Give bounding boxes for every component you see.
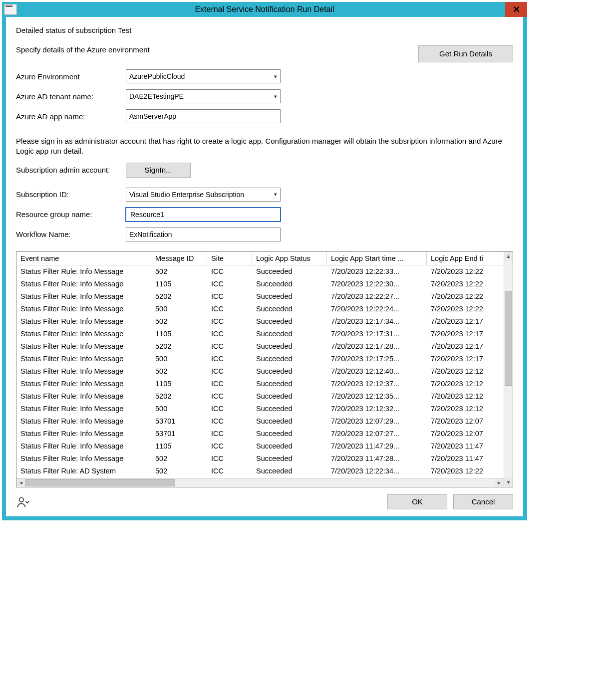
subscription-id-label: Subscription ID:: [16, 190, 126, 199]
horizontal-scrollbar[interactable]: ◄ ►: [16, 478, 504, 487]
cell-msgid: 53701: [151, 417, 207, 425]
cell-msgid: 1105: [151, 330, 207, 338]
app-name-field[interactable]: AsmServerApp: [126, 109, 281, 123]
hscroll-track[interactable]: [25, 478, 495, 487]
azure-env-combo[interactable]: AzurePublicCloud ▾: [126, 69, 281, 83]
hscroll-thumb[interactable]: [25, 479, 175, 486]
col-header-event[interactable]: Event name: [16, 252, 151, 265]
table-row[interactable]: Status Filter Rule: Info Message5202ICCS…: [16, 390, 504, 403]
get-run-details-button[interactable]: Get Run Details: [418, 45, 513, 62]
table-row[interactable]: Status Filter Rule: Info Message1105ICCS…: [16, 278, 504, 290]
cell-end: 7/20/2023 12:17: [427, 330, 501, 338]
cell-msgid: 502: [151, 267, 207, 275]
cell-end: 7/20/2023 12:12: [427, 380, 501, 388]
table-row[interactable]: Status Filter Rule: Info Message1105ICCS…: [16, 378, 504, 390]
cell-event: Status Filter Rule: Info Message: [16, 392, 151, 400]
table-row[interactable]: Status Filter Rule: Info Message53701ICC…: [16, 415, 504, 428]
table-row[interactable]: Status Filter Rule: Info Message5202ICCS…: [16, 340, 504, 353]
cell-status: Succeeded: [252, 280, 327, 288]
cell-end: 7/20/2023 12:07: [427, 417, 501, 425]
ok-button[interactable]: OK: [387, 494, 447, 509]
results-grid: Event name Message ID Site Logic App Sta…: [16, 251, 513, 487]
col-header-end[interactable]: Logic App End ti: [427, 252, 501, 265]
cell-site: ICC: [207, 467, 252, 475]
table-row[interactable]: Status Filter Rule: Info Message502ICCSu…: [16, 315, 504, 328]
col-header-site[interactable]: Site: [207, 252, 252, 265]
cell-site: ICC: [207, 305, 252, 313]
cell-end: 7/20/2023 12:22: [427, 280, 501, 288]
cell-site: ICC: [207, 317, 252, 325]
workflow-name-field[interactable]: ExNotification: [126, 227, 281, 241]
cell-end: 7/20/2023 12:12: [427, 392, 501, 400]
cell-event: Status Filter Rule: Info Message: [16, 267, 151, 275]
workflow-name-label: Workflow Name:: [16, 230, 126, 238]
cell-msgid: 5202: [151, 392, 207, 400]
table-row[interactable]: Status Filter Rule: Info Message500ICCSu…: [16, 403, 504, 415]
table-row[interactable]: Status Filter Rule: Info Message1105ICCS…: [16, 328, 504, 340]
subscription-id-combo[interactable]: Visual Studio Enterprise Subscription ▾: [126, 188, 281, 202]
window-title: External Service Notification Run Detail: [2, 5, 527, 14]
dialog-content: Detailed status of subscription Test Spe…: [6, 17, 523, 516]
cell-start: 7/20/2023 12:12:40...: [327, 367, 427, 375]
col-header-start[interactable]: Logic App Start time ...: [327, 252, 427, 265]
cell-status: Succeeded: [252, 430, 327, 438]
table-row[interactable]: Status Filter Rule: Info Message53701ICC…: [16, 428, 504, 440]
table-row[interactable]: Status Filter Rule: AD System502ICCSucce…: [16, 465, 504, 477]
cell-start: 7/20/2023 12:12:37...: [327, 380, 427, 388]
resource-group-input[interactable]: [129, 210, 277, 219]
cell-end: 7/20/2023 11:47: [427, 442, 501, 450]
cell-end: 7/20/2023 12:12: [427, 367, 501, 375]
cell-start: 7/20/2023 12:22:24...: [327, 305, 427, 313]
vertical-scrollbar[interactable]: ▲ ▼: [504, 252, 513, 487]
vscroll-track[interactable]: [504, 261, 513, 478]
cell-site: ICC: [207, 380, 252, 388]
resource-group-label: Resource group name:: [16, 210, 126, 219]
table-row[interactable]: Status Filter Rule: Info Message500ICCSu…: [16, 303, 504, 315]
tenant-combo[interactable]: DAE2ETestingPE ▾: [126, 89, 281, 103]
cell-start: 7/20/2023 12:22:33...: [327, 267, 427, 275]
col-header-msgid[interactable]: Message ID: [151, 252, 207, 265]
cell-start: 7/20/2023 12:17:34...: [327, 317, 427, 325]
scroll-left-arrow-icon[interactable]: ◄: [16, 478, 25, 487]
scroll-right-arrow-icon[interactable]: ►: [495, 478, 504, 487]
cell-status: Succeeded: [252, 442, 327, 450]
table-row[interactable]: Status Filter Rule: Info Message502ICCSu…: [16, 365, 504, 378]
cell-msgid: 500: [151, 305, 207, 313]
cell-msgid: 5202: [151, 292, 207, 300]
signin-button[interactable]: SignIn...: [126, 163, 191, 178]
col-header-status[interactable]: Logic App Status: [252, 252, 327, 265]
azure-env-label: Azure Environment: [16, 72, 126, 81]
scroll-up-arrow-icon[interactable]: ▲: [504, 252, 513, 261]
close-button[interactable]: ✕: [505, 2, 527, 17]
cell-event: Status Filter Rule: Info Message: [16, 292, 151, 300]
cell-event: Status Filter Rule: Info Message: [16, 454, 151, 462]
cell-msgid: 502: [151, 367, 207, 375]
status-text: Detailed status of subscription Test: [16, 26, 513, 34]
table-row[interactable]: Status Filter Rule: Info Message500ICCSu…: [16, 353, 504, 365]
cell-event: Status Filter Rule: Info Message: [16, 430, 151, 438]
table-row[interactable]: Status Filter Rule: Info Message502ICCSu…: [16, 265, 504, 278]
dialog-window: External Service Notification Run Detail…: [2, 2, 527, 520]
vscroll-thumb[interactable]: [505, 291, 512, 386]
cell-end: 7/20/2023 12:12: [427, 405, 501, 413]
cell-site: ICC: [207, 430, 252, 438]
cell-event: Status Filter Rule: Info Message: [16, 380, 151, 388]
resource-group-field[interactable]: [126, 208, 281, 222]
cell-end: 7/20/2023 12:17: [427, 317, 501, 325]
table-row[interactable]: Status Filter Rule: Info Message5202ICCS…: [16, 290, 504, 303]
table-row[interactable]: Status Filter Rule: Info Message502ICCSu…: [16, 452, 504, 465]
cell-end: 7/20/2023 12:22: [427, 267, 501, 275]
cancel-button[interactable]: Cancel: [453, 494, 513, 509]
table-row[interactable]: Status Filter Rule: Info Message1105ICCS…: [16, 440, 504, 452]
cell-start: 7/20/2023 11:47:28...: [327, 454, 427, 462]
cell-status: Succeeded: [252, 367, 327, 375]
cell-status: Succeeded: [252, 392, 327, 400]
cell-status: Succeeded: [252, 380, 327, 388]
cell-site: ICC: [207, 342, 252, 350]
cell-start: 7/20/2023 12:22:30...: [327, 280, 427, 288]
cell-event: Status Filter Rule: Info Message: [16, 280, 151, 288]
specify-label: Specify details of the Azure environment: [16, 45, 150, 54]
close-icon: ✕: [513, 4, 520, 15]
cell-start: 7/20/2023 12:12:35...: [327, 392, 427, 400]
scroll-down-arrow-icon[interactable]: ▼: [504, 478, 513, 487]
